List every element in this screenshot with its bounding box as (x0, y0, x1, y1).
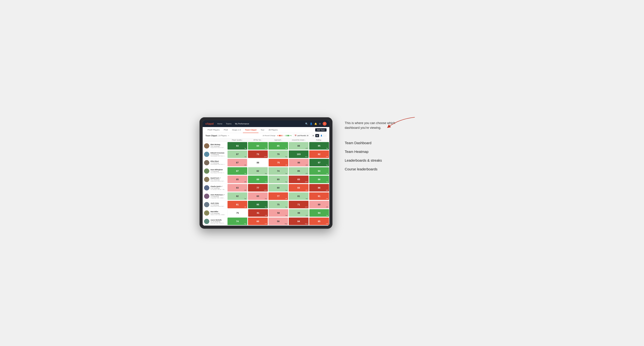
tab-all-players[interactable]: All Players (266, 127, 280, 133)
avatar: C (204, 185, 209, 190)
heatmap-view-button[interactable]: ▦ (315, 134, 319, 137)
stat-cell: 71-11▼ (289, 201, 308, 208)
person-icon[interactable]: 👤 (310, 123, 312, 125)
player-info: EElliot Ebert1-5 HandicapSunningdale Gol… (203, 159, 227, 167)
player-handicap: 6-10 Handicap (210, 187, 226, 189)
col-putting[interactable]: Putting ↓ (309, 139, 329, 141)
download-button[interactable]: ↓ (324, 134, 327, 137)
avatar[interactable]: A (323, 122, 326, 126)
option-leaderboards: Leaderboards & streaks (345, 158, 439, 163)
player-handicap: 1-5 Handicap (210, 162, 226, 164)
table-row[interactable]: CChris Robertson ✓1-5 HandicapCraigmilla… (203, 192, 329, 200)
table-row[interactable]: MMatt Miller6-10 HandicapWoburn Golf Clu… (203, 209, 329, 217)
avatar: D (204, 177, 209, 182)
stat-cell: 73-11▼ (248, 151, 268, 158)
stat-cells: 7561-3▼58-4▲88-2▼943▲ (227, 209, 329, 217)
player-name: Matt Miller (210, 211, 226, 212)
table-row[interactable]: DDave Billingham1-5 HandicapGog Magog Go… (203, 167, 329, 175)
nav-teams[interactable]: Teams (225, 122, 232, 125)
stat-cell: 92-3▼ (309, 151, 329, 158)
table-row[interactable]: CCharlie Quick ✓6-10 HandicapSt. George'… (203, 184, 329, 192)
table-row[interactable]: EElliot Ebert1-5 HandicapSunningdale Gol… (203, 159, 329, 167)
tablet-screen: clippd Home Teams My Performance 🔍 👤 🔔 ⚙… (203, 120, 329, 226)
col-around-green[interactable]: Around the Green ↓ (288, 139, 309, 141)
player-name: Dave Billingham (210, 169, 226, 171)
bell-icon[interactable]: 🔔 (314, 123, 317, 125)
last-rounds-button[interactable]: 📅 Last Rounds: 20 (293, 134, 310, 137)
stat-cell: 799▲ (268, 151, 288, 158)
settings-icon[interactable]: ⚙ (319, 123, 321, 125)
tab-hcaps[interactable]: Hcaps 1-5 (230, 127, 243, 133)
tab-pga[interactable]: PGA (222, 127, 230, 133)
stat-cells: 83-3▼77-14▼801▲83-6▼86-8▼ (227, 184, 329, 192)
table-row[interactable]: AAaron Nicholls11-15 HandicapDrift Golf … (203, 217, 329, 226)
player-name: Josh Coles (210, 202, 226, 204)
option-course-leaderboards: Course leaderboards (345, 167, 439, 172)
avatar: E (204, 160, 209, 165)
stat-cell: 897▲ (248, 176, 268, 183)
player-name: David Ford ✓ (210, 177, 226, 179)
stat-cell: 75-3▼ (268, 159, 288, 166)
table-row[interactable]: BBlair McHargPlus HandicapRoyal North De… (203, 142, 329, 150)
stat-cell: 86-6▼ (289, 159, 308, 166)
stat-cell: 939▲ (228, 142, 247, 150)
col-player-quality[interactable]: Player Quality ↓ (227, 139, 248, 141)
avatar: D (204, 169, 209, 174)
search-icon[interactable]: 🔍 (305, 123, 308, 125)
person-view-button[interactable]: 👤 (320, 134, 324, 137)
stat-cell: 60-1▼ (248, 218, 268, 225)
player-handicap: 1-5 Handicap (210, 154, 226, 155)
add-team-button[interactable]: Add Team (315, 128, 326, 132)
stat-cell: 86-8▼ (309, 184, 329, 191)
stat-cell: 752▲ (268, 201, 288, 208)
stat-cell: 602▲ (248, 192, 268, 200)
stat-cell: 77-3▼ (268, 192, 288, 200)
stat-cells: 939▲846▲858▲88-1▼959▲ (227, 142, 329, 150)
avatar: B (204, 143, 209, 149)
stat-cell: 959▲ (309, 142, 329, 150)
player-club: Gog Magog Golf Club, United Kingdom (210, 172, 226, 173)
stat-cell: 941▲ (309, 167, 329, 175)
player-info: MMatt Miller6-10 HandicapWoburn Golf Clu… (203, 209, 227, 217)
tab-team-clippd[interactable]: Team Clippd (243, 127, 258, 133)
stat-cell: 85-4▼ (309, 218, 329, 225)
player-handicap: Plus Handicap (210, 145, 226, 147)
table-row[interactable]: EEdward Crossman1-5 HandicapSunningdale … (203, 150, 329, 159)
stat-cell: 801▲ (268, 184, 288, 191)
col-off-tee[interactable]: Off the Tee ↓ (248, 139, 268, 141)
stat-cell: 77-14▼ (248, 184, 268, 191)
stat-cell: 83-10▼ (289, 176, 308, 183)
stat-cells: 874▲824▲741▲85-3▼941▲ (227, 167, 329, 175)
option-team-dashboard: Team Dashboard (345, 141, 439, 145)
nav-icons: 🔍 👤 🔔 ⚙ A (305, 122, 326, 126)
tab-pgat[interactable]: PGAT Players (206, 127, 222, 133)
player-name: Elliot Ebert (210, 161, 226, 162)
stat-cell: 5810▲ (268, 218, 288, 225)
stat-cell: 83-6▼ (289, 184, 308, 191)
player-club: Drift Golf Club, United Kingdom (210, 222, 226, 224)
edit-icon[interactable]: ✏ (228, 135, 229, 137)
col-approach[interactable]: Approach ↓ (268, 139, 288, 141)
nav-bar: clippd Home Teams My Performance 🔍 👤 🔔 ⚙… (203, 120, 329, 127)
player-info: DDavid Ford ✓Plus HandicapRoyal North De… (203, 175, 227, 183)
nav-home[interactable]: Home (216, 122, 223, 125)
table-row[interactable]: DDavid Ford ✓Plus HandicapRoyal North De… (203, 175, 329, 184)
grid-view-button[interactable]: ⊞ (312, 134, 315, 137)
player-handicap: 1-5 Handicap (210, 204, 226, 206)
heat-scale (279, 135, 289, 136)
table-row[interactable]: JJosh Coles1-5 HandicapRoyal North Devon… (203, 200, 329, 209)
annotation-arrow (385, 116, 416, 130)
stat-cell: 75 (228, 209, 248, 217)
stat-cell: 846▲ (248, 142, 268, 150)
avatar: C (204, 194, 209, 199)
nav-my-performance[interactable]: My Performance (234, 122, 250, 125)
player-club: St. George's Hill GC - Weybridge - Surre… (210, 189, 226, 190)
team-name: Team Clippd (206, 135, 217, 137)
stat-cell: 874▲ (228, 167, 247, 175)
player-handicap: Plus Handicap (210, 179, 226, 180)
stat-cell: 958▲ (248, 201, 268, 208)
avatar: A (204, 219, 209, 224)
tab-bar: PGAT Players PGA Hcaps 1-5 Team Clippd T… (203, 127, 329, 133)
tab-tour[interactable]: Tour (258, 127, 266, 133)
table-area: Player Quality ↓ Off the Tee ↓ Approach … (203, 138, 329, 226)
